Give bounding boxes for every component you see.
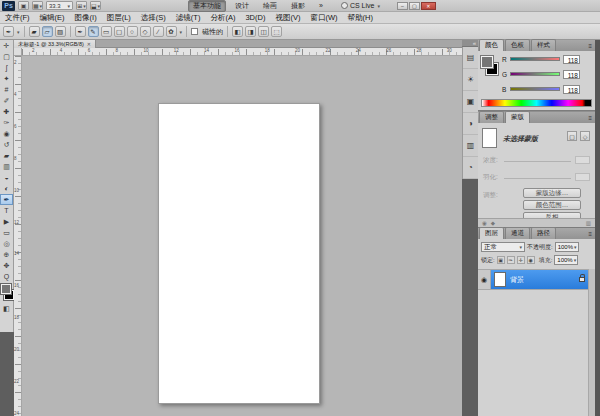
menu-image[interactable]: 图像(I)	[70, 13, 102, 23]
lock-image-icon[interactable]: ✑	[507, 256, 515, 264]
line-tool-button[interactable]: ∕	[153, 26, 164, 37]
opacity-field[interactable]: 100% ▾	[555, 242, 579, 252]
foreground-color-swatch[interactable]	[1, 284, 11, 294]
blend-mode-dropdown[interactable]: 正常 ▾	[481, 242, 525, 252]
menu-window[interactable]: 窗口(W)	[305, 13, 342, 23]
add-pixel-mask-button[interactable]: ▢	[567, 131, 577, 141]
history-brush-tool[interactable]: ↺	[0, 139, 13, 150]
arrange-documents-icon[interactable]: ⊞▾	[76, 1, 87, 10]
gradient-tool[interactable]: ▥	[0, 161, 13, 172]
lock-all-icon[interactable]: ◉	[527, 256, 535, 264]
tab-styles[interactable]: 样式	[531, 39, 556, 51]
3d-rotate-tool[interactable]: ◎	[0, 238, 13, 249]
menu-select[interactable]: 选择(S)	[136, 13, 171, 23]
tab-adjustments[interactable]: 调整	[479, 111, 504, 123]
tab-channels[interactable]: 通道	[505, 227, 530, 239]
move-tool[interactable]: ✛	[0, 40, 13, 51]
photoshop-logo[interactable]: Ps	[2, 1, 15, 11]
intersect-path-areas-button[interactable]: ◫	[258, 26, 269, 37]
launch-bridge-icon[interactable]: ▣	[18, 1, 29, 10]
history-panel-icon[interactable]: ▤	[463, 47, 478, 69]
horizontal-ruler[interactable]: 24681012141618202224262830	[22, 48, 462, 56]
type-tool[interactable]: T	[0, 205, 13, 216]
clone-stamp-tool[interactable]: ◉	[0, 128, 13, 139]
lasso-tool[interactable]: ʃ	[0, 62, 13, 73]
shape-layers-mode-button[interactable]: ▰	[29, 26, 40, 37]
histogram-panel-icon[interactable]: ▥	[463, 135, 478, 157]
menu-view[interactable]: 视图(V)	[270, 13, 305, 23]
paths-mode-button[interactable]: ▱	[42, 26, 53, 37]
canvas[interactable]	[158, 103, 320, 404]
crop-tool[interactable]: #	[0, 84, 13, 95]
brush-tool[interactable]: ✑	[0, 117, 13, 128]
quick-mask-button[interactable]: ◧	[0, 304, 13, 314]
pen-tool[interactable]: ✒	[0, 194, 13, 205]
subtract-from-path-area-button[interactable]: ◨	[245, 26, 256, 37]
vertical-ruler[interactable]: 24681012141618202224	[14, 56, 22, 416]
ellipse-tool-button[interactable]: ○	[127, 26, 138, 37]
healing-brush-tool[interactable]: ✚	[0, 106, 13, 117]
fill-pixels-mode-button[interactable]: ▨	[55, 26, 66, 37]
red-value-field[interactable]: 118	[563, 55, 580, 64]
pen-tool-button[interactable]: ✒	[75, 26, 86, 37]
load-selection-icon[interactable]: ◉	[482, 220, 487, 226]
delete-mask-icon[interactable]: ▥	[586, 220, 591, 226]
menu-analysis[interactable]: 分析(A)	[205, 13, 240, 23]
workspace-design-button[interactable]: 设计	[230, 0, 254, 12]
workspace-essentials-button[interactable]: 基本功能	[188, 0, 226, 12]
hand-tool[interactable]: ✥	[0, 260, 13, 271]
green-slider[interactable]	[510, 72, 560, 76]
menu-edit[interactable]: 编辑(E)	[35, 13, 70, 23]
screen-mode-icon[interactable]: ⬓▾	[90, 1, 101, 10]
menu-file[interactable]: 文件(F)	[0, 13, 35, 23]
polygon-tool-button[interactable]: ◇	[140, 26, 151, 37]
eraser-tool[interactable]: ▰	[0, 150, 13, 161]
ruler-origin-corner[interactable]	[14, 48, 22, 56]
close-button[interactable]: ✕	[421, 2, 436, 10]
tab-masks[interactable]: 蒙版	[505, 111, 530, 123]
zoom-tool[interactable]: Q	[0, 271, 13, 282]
freeform-pen-tool-button[interactable]: ✎	[88, 26, 99, 37]
foreground-color-swatch[interactable]	[481, 56, 493, 68]
tab-color[interactable]: 颜色	[479, 39, 504, 51]
color-spectrum-ramp[interactable]	[481, 99, 592, 107]
menu-layer[interactable]: 图层(L)	[102, 13, 136, 23]
eyedropper-tool[interactable]: ✐	[0, 95, 13, 106]
layer-visibility-toggle[interactable]: ◉	[478, 270, 491, 289]
tool-preset-picker[interactable]: ✒	[3, 26, 14, 37]
workspace-painting-button[interactable]: 绘画	[258, 0, 282, 12]
fill-field[interactable]: 100% ▾	[554, 255, 578, 265]
magnetic-checkbox[interactable]	[191, 28, 198, 35]
layers-scrollbar[interactable]	[588, 269, 595, 416]
add-to-path-area-button[interactable]: ◧	[232, 26, 243, 37]
cs-live-button[interactable]: CS Live ▾	[341, 2, 380, 9]
tab-layers[interactable]: 图层	[479, 227, 504, 239]
navigator-panel-icon[interactable]: ▣	[463, 91, 478, 113]
menu-help[interactable]: 帮助(H)	[343, 13, 378, 23]
tab-swatches[interactable]: 色板	[505, 39, 530, 51]
rounded-rectangle-tool-button[interactable]: ▢	[114, 26, 125, 37]
blue-value-field[interactable]: 118	[563, 85, 580, 94]
mask-edge-button[interactable]: 蒙版边缘…	[523, 188, 581, 198]
lock-transparent-icon[interactable]: ▣	[497, 256, 505, 264]
info-panel-icon[interactable]: ◑	[463, 113, 478, 135]
shape-tool[interactable]: ▭	[0, 227, 13, 238]
menu-filter[interactable]: 滤镜(T)	[171, 13, 206, 23]
clone-source-panel-icon[interactable]: ◔	[463, 157, 478, 179]
3d-orbit-tool[interactable]: ⊕	[0, 249, 13, 260]
view-extras-icon[interactable]: ▦▾	[32, 1, 43, 10]
rectangle-tool-button[interactable]: ▭	[101, 26, 112, 37]
workspace-overflow-button[interactable]: »	[314, 1, 328, 10]
tab-paths[interactable]: 路径	[531, 227, 556, 239]
green-value-field[interactable]: 118	[563, 70, 580, 79]
zoom-level-dropdown[interactable]: 33.3▾	[46, 1, 73, 10]
blue-slider[interactable]	[510, 87, 560, 91]
disable-mask-icon[interactable]: ◆	[491, 220, 495, 226]
path-selection-tool[interactable]: ▶	[0, 216, 13, 227]
menu-3d[interactable]: 3D(D)	[240, 13, 270, 22]
add-vector-mask-button[interactable]: ◇	[580, 131, 590, 141]
workspace-photography-button[interactable]: 摄影	[286, 0, 310, 12]
collapse-dock-icon[interactable]: «	[462, 40, 478, 47]
close-tab-icon[interactable]: ✕	[87, 41, 91, 47]
maximize-button[interactable]: ▢	[409, 2, 420, 10]
